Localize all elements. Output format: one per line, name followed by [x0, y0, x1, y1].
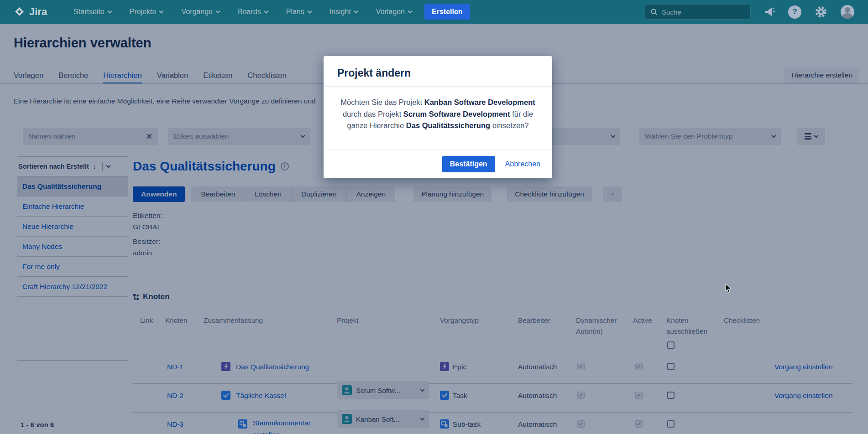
nav-item-vorlagen[interactable]: Vorlagen — [376, 8, 412, 16]
announcement-icon[interactable] — [763, 6, 775, 18]
nav-item-plans[interactable]: Plans — [286, 8, 311, 16]
avatar-head — [845, 7, 850, 13]
jira-logo[interactable]: Jira — [14, 6, 47, 18]
search-icon — [650, 8, 658, 16]
chevron-down-icon — [354, 9, 358, 13]
dialog-title: Projekt ändern — [337, 67, 539, 79]
search-input[interactable]: Suche — [645, 4, 751, 20]
dialog-message: Möchten Sie das Projekt Kanban Software … — [324, 87, 552, 150]
search-placeholder: Suche — [662, 8, 681, 16]
nav-menu: Startseite Projekte Vorgänge Boards Plan… — [73, 8, 412, 16]
nav-item-vorgaenge[interactable]: Vorgänge — [181, 8, 220, 16]
chevron-down-icon — [307, 9, 312, 13]
top-nav: Jira Startseite Projekte Vorgänge Boards… — [0, 0, 868, 24]
nav-item-boards[interactable]: Boards — [238, 8, 268, 16]
nav-right: Suche ? — [645, 4, 854, 20]
hierarchy-name: Das Qualitätssicherung — [406, 121, 490, 129]
chevron-down-icon — [408, 9, 413, 13]
chevron-down-icon — [264, 9, 268, 13]
confirm-button[interactable]: Bestätigen — [442, 156, 495, 172]
create-button[interactable]: Erstellen — [424, 4, 470, 20]
cancel-button[interactable]: Abbrechen — [505, 160, 540, 168]
change-project-dialog: Projekt ändern Möchten Sie das Projekt K… — [324, 56, 552, 178]
gear-icon[interactable] — [814, 5, 828, 19]
old-project-name: Kanban Software Development — [424, 98, 535, 106]
help-icon[interactable]: ? — [788, 5, 801, 19]
avatar-body — [842, 13, 852, 19]
chevron-down-icon — [216, 9, 220, 13]
jira-app: Jira Startseite Projekte Vorgänge Boards… — [0, 0, 868, 434]
user-avatar[interactable] — [841, 5, 854, 19]
chevron-down-icon — [107, 9, 112, 13]
brand-text: Jira — [29, 6, 47, 18]
dialog-header: Projekt ändern — [324, 56, 552, 87]
nav-item-projekte[interactable]: Projekte — [130, 8, 163, 16]
dialog-footer: Bestätigen Abbrechen — [324, 150, 552, 178]
jira-logo-icon — [14, 6, 25, 18]
nav-item-insight[interactable]: Insight — [329, 8, 358, 16]
chevron-down-icon — [159, 9, 164, 13]
nav-item-startseite[interactable]: Startseite — [73, 8, 111, 16]
new-project-name: Scrum Software Development — [403, 110, 510, 118]
